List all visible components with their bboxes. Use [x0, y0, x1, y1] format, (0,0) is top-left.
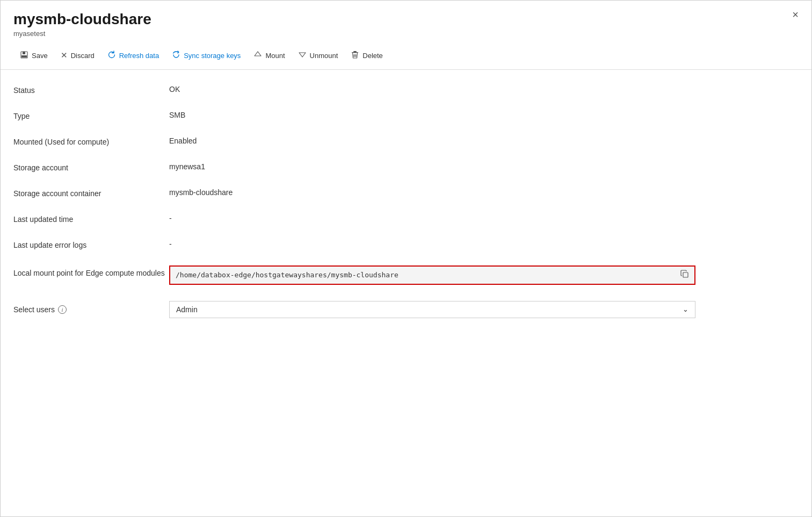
discard-label: Discard [71, 52, 95, 60]
field-label: Storage account [13, 162, 169, 172]
svg-rect-10 [683, 272, 688, 277]
delete-icon [351, 51, 359, 61]
info-icon[interactable]: i [58, 305, 67, 314]
delete-label: Delete [363, 52, 383, 60]
toolbar: Save ✕ Discard Refresh data [1, 42, 811, 70]
field-value: Enabled [169, 137, 197, 145]
select-users-text: Select users [13, 305, 55, 314]
field-row: Storage accountmynewsa1 [13, 162, 799, 172]
mount-point-value: /home/databox-edge/hostgatewayshares/mys… [176, 271, 676, 279]
select-users-value: Admin [176, 305, 198, 314]
field-row: Last updated time- [13, 214, 799, 224]
svg-rect-1 [23, 52, 25, 54]
svg-rect-6 [352, 52, 358, 53]
sync-label: Sync storage keys [184, 52, 241, 60]
refresh-label: Refresh data [119, 52, 159, 60]
select-users-row: Select users i Admin ⌄ [13, 301, 799, 318]
field-label: Status [13, 85, 169, 95]
save-label: Save [32, 52, 48, 60]
field-row: StatusOK [13, 85, 799, 95]
save-button[interactable]: Save [13, 47, 54, 64]
field-row: Storage account containermysmb-cloudshar… [13, 188, 799, 198]
sync-button[interactable]: Sync storage keys [165, 47, 247, 64]
mount-label: Mount [265, 52, 285, 60]
select-users-label: Select users i [13, 305, 169, 314]
content-area: StatusOKTypeSMBMounted (Used for compute… [1, 70, 811, 349]
mount-point-box: /home/databox-edge/hostgatewayshares/mys… [169, 265, 695, 285]
field-label: Last update error logs [13, 240, 169, 249]
svg-marker-4 [299, 53, 306, 57]
field-label: Mounted (Used for compute) [13, 137, 169, 146]
field-value: OK [169, 85, 180, 94]
local-mount-label: Local mount point for Edge compute modul… [13, 265, 169, 277]
field-row: TypeSMB [13, 111, 799, 120]
unmount-button[interactable]: Unmount [292, 47, 345, 64]
fields-container: StatusOKTypeSMBMounted (Used for compute… [13, 85, 799, 249]
field-value: SMB [169, 111, 185, 119]
unmount-label: Unmount [310, 52, 338, 60]
mount-button[interactable]: Mount [247, 47, 291, 64]
svg-rect-2 [21, 55, 27, 58]
field-value: - [169, 240, 172, 248]
header: mysmb-cloudshare myasetest [1, 1, 811, 38]
delete-button[interactable]: Delete [344, 47, 389, 64]
mount-icon [253, 51, 262, 61]
page-title: mysmb-cloudshare [13, 10, 799, 28]
field-value: mynewsa1 [169, 162, 205, 171]
field-row: Last update error logs- [13, 240, 799, 249]
chevron-down-icon: ⌄ [683, 305, 688, 313]
field-row: Mounted (Used for compute)Enabled [13, 137, 799, 146]
svg-marker-3 [255, 52, 261, 56]
field-value: - [169, 214, 172, 222]
discard-icon: ✕ [61, 51, 68, 60]
local-mount-row: Local mount point for Edge compute modul… [13, 265, 799, 285]
panel: × mysmb-cloudshare myasetest Save ✕ Disc… [0, 0, 812, 517]
select-users-dropdown[interactable]: Admin ⌄ [169, 301, 695, 318]
save-icon [20, 51, 28, 61]
close-button[interactable]: × [792, 9, 799, 20]
field-label: Storage account container [13, 188, 169, 198]
discard-button[interactable]: ✕ Discard [54, 47, 101, 63]
field-value: mysmb-cloudshare [169, 188, 233, 197]
sync-icon [172, 51, 180, 61]
refresh-icon [107, 51, 116, 61]
field-label: Last updated time [13, 214, 169, 224]
copy-icon[interactable] [680, 270, 689, 280]
page-subtitle: myasetest [13, 30, 799, 38]
refresh-button[interactable]: Refresh data [101, 47, 165, 64]
svg-rect-5 [353, 51, 357, 52]
unmount-icon [298, 51, 307, 61]
field-label: Type [13, 111, 169, 120]
